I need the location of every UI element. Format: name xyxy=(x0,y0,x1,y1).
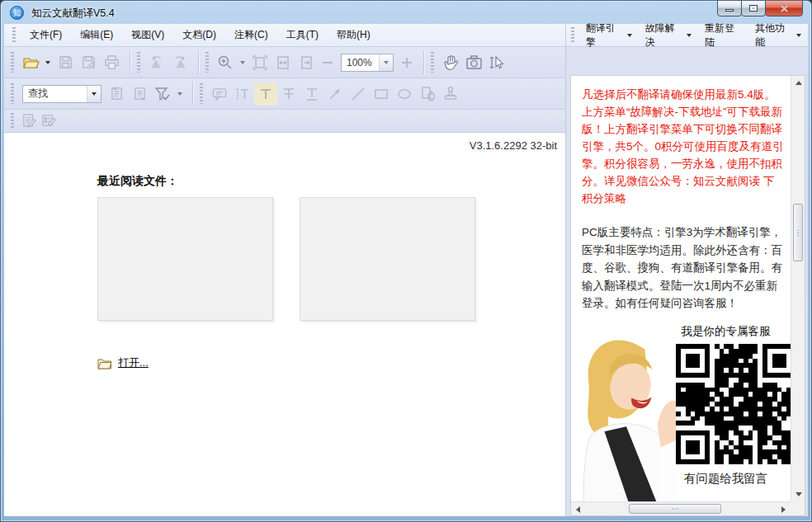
filter-dropdown[interactable] xyxy=(174,82,186,106)
line-icon xyxy=(350,86,366,102)
find-next-icon xyxy=(132,86,148,101)
recent-file-placeholder-1 xyxy=(97,197,273,321)
maximize-button[interactable] xyxy=(741,0,766,16)
find-combobox[interactable]: 查找 xyxy=(22,85,102,103)
attach-file-icon xyxy=(419,86,436,102)
comment-tool-button[interactable] xyxy=(208,82,231,106)
app-window: 知 知云文献翻译V5.4 文件(F) 编辑(E) 视图(V) 文档(D) 注释(… xyxy=(0,0,812,522)
horizontal-scroll-thumb[interactable] xyxy=(629,504,721,514)
scroll-down-button[interactable] xyxy=(791,487,805,501)
highlight-icon xyxy=(257,86,274,102)
save-button[interactable] xyxy=(54,51,77,74)
plus-icon xyxy=(400,56,413,69)
notice-black-text: PC版主要特点：引擎3为学术翻译引擎，医学和非医学均适用。除此外还含有：百度、谷… xyxy=(582,223,784,313)
edit-note-button[interactable] xyxy=(19,111,39,131)
hand-tool-button[interactable] xyxy=(439,51,462,74)
zoom-level-combobox[interactable]: 100% xyxy=(341,54,394,72)
chevron-down-icon xyxy=(45,61,50,64)
menu-comment[interactable]: 注释(C) xyxy=(225,25,277,45)
menu-label: 故障解决 xyxy=(645,21,682,49)
triangle-left-icon xyxy=(576,506,580,513)
save-as-button[interactable] xyxy=(77,51,100,74)
rectangle-icon xyxy=(373,86,389,102)
fit-visible-button[interactable] xyxy=(295,51,318,74)
chevron-down-icon xyxy=(796,34,801,37)
fit-width-icon xyxy=(275,54,291,71)
sidebar-panel-content: 凡选择后不翻译请确保使用最新5.4版。上方菜单“故障解决-下载地址”可下载最新版… xyxy=(571,76,791,501)
menu-file[interactable]: 文件(F) xyxy=(21,25,71,45)
toolbar-gripper xyxy=(11,83,14,105)
attach-file-button[interactable] xyxy=(416,82,439,106)
strikethrough-text-button[interactable] xyxy=(277,82,300,106)
toolbar-edit xyxy=(4,110,565,133)
rectangle-tool-button[interactable] xyxy=(370,82,393,106)
minimize-button[interactable] xyxy=(717,0,742,16)
zoom-tool-dropdown[interactable] xyxy=(237,51,248,74)
qr-code xyxy=(676,344,791,464)
print-button[interactable] xyxy=(100,51,123,74)
scrollbar-corner xyxy=(791,501,805,515)
text-select-annotate-button[interactable] xyxy=(231,82,254,106)
version-label: V3.1.6.2292 32-bit xyxy=(470,139,557,152)
service-footer: 有问题给我留言 xyxy=(668,471,784,487)
scroll-up-button[interactable] xyxy=(791,76,805,90)
rotate-right-icon xyxy=(172,54,188,70)
menu-document[interactable]: 文档(D) xyxy=(173,25,225,45)
close-button[interactable] xyxy=(765,0,803,16)
scroll-left-button[interactable] xyxy=(571,502,585,516)
zoom-in-tool-button[interactable] xyxy=(214,51,237,74)
toolbar-gripper xyxy=(431,52,434,73)
find-next-button[interactable] xyxy=(128,82,151,106)
zoom-combo-dropdown[interactable] xyxy=(379,54,393,71)
arrow-icon xyxy=(327,86,343,102)
select-tool-button[interactable] xyxy=(485,51,508,74)
scroll-right-button[interactable] xyxy=(777,502,791,516)
rotate-right-button[interactable] xyxy=(168,51,191,74)
window-controls xyxy=(718,0,803,16)
toolbar-separator xyxy=(198,50,199,75)
open-file-dropdown[interactable] xyxy=(42,51,54,74)
oval-tool-button[interactable] xyxy=(393,82,416,106)
fit-page-button[interactable] xyxy=(248,51,271,74)
zoom-out-button[interactable] xyxy=(318,53,338,73)
toolbar-gripper xyxy=(571,27,574,43)
filter-annotations-button[interactable] xyxy=(151,82,174,106)
maximize-icon xyxy=(749,5,758,12)
zoom-in-button[interactable] xyxy=(397,53,417,73)
fit-width-button[interactable] xyxy=(271,51,295,74)
find-combo-dropdown[interactable] xyxy=(87,86,101,102)
menu-tools[interactable]: 工具(T) xyxy=(277,25,328,45)
chevron-down-icon xyxy=(687,34,692,37)
menu-view[interactable]: 视图(V) xyxy=(122,25,173,45)
filter-icon xyxy=(154,86,171,102)
highlight-text-button[interactable] xyxy=(254,82,277,106)
oval-icon xyxy=(396,86,413,102)
menu-label: 翻译引擎 xyxy=(586,21,622,49)
underline-text-button[interactable] xyxy=(300,82,323,106)
edit-form-button[interactable] xyxy=(39,111,59,131)
chevron-down-icon xyxy=(177,92,182,96)
open-file-link[interactable]: 打开... xyxy=(118,355,149,370)
arrow-tool-button[interactable] xyxy=(323,82,347,106)
zoom-in-icon xyxy=(217,54,234,71)
toolbar-separator xyxy=(192,82,193,106)
menu-edit[interactable]: 编辑(E) xyxy=(71,25,122,45)
notice-red-text: 凡选择后不翻译请确保使用最新5.4版。上方菜单“故障解决-下载地址”可下载最新版… xyxy=(582,86,784,207)
form-edit-icon xyxy=(41,113,57,129)
sidebar-vertical-scrollbar[interactable] xyxy=(791,76,805,501)
menu-label: 重新登陆 xyxy=(705,21,742,49)
sidebar-horizontal-scrollbar[interactable] xyxy=(571,501,791,515)
rotate-left-button[interactable] xyxy=(145,51,168,74)
line-tool-button[interactable] xyxy=(347,82,370,106)
find-previous-button[interactable] xyxy=(105,82,128,106)
fit-visible-icon xyxy=(298,54,314,71)
vertical-scroll-thumb[interactable] xyxy=(793,204,803,261)
find-value: 查找 xyxy=(23,87,87,101)
main-content: V3.1.6.2292 32-bit 最近阅读文件： 打开... xyxy=(4,133,565,516)
stamp-tool-button[interactable] xyxy=(439,82,462,106)
engine-menu-bar: 翻译引擎 故障解决 重新登陆 其他功能 xyxy=(565,24,808,47)
open-file-button[interactable] xyxy=(19,51,42,74)
note-edit-icon xyxy=(21,113,37,129)
menu-help[interactable]: 帮助(H) xyxy=(328,25,380,45)
snapshot-button[interactable] xyxy=(462,51,485,74)
